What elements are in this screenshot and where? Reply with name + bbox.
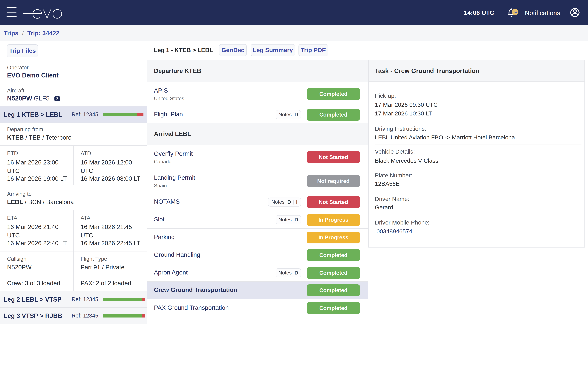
svg-text:14: 14 [513, 10, 517, 14]
